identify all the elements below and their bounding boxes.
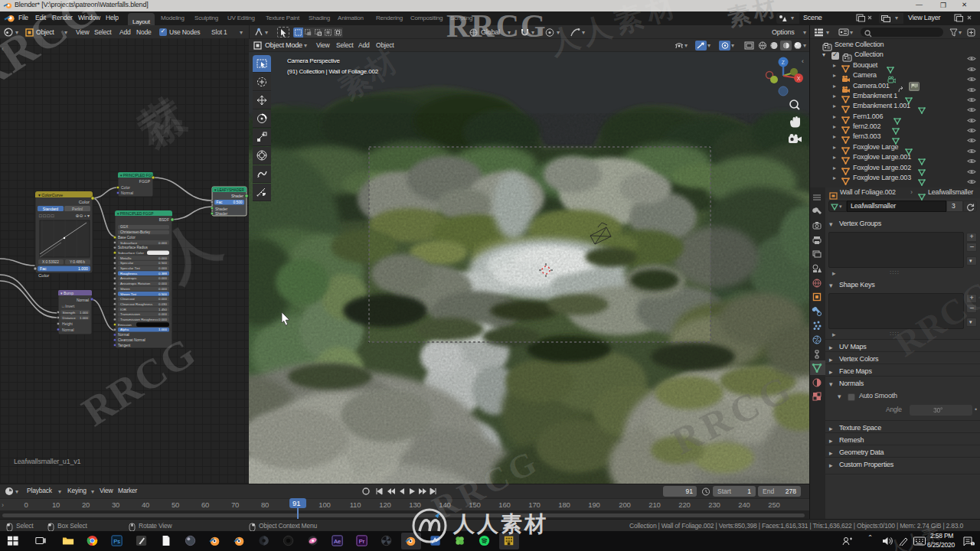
svg-text:Color: Color bbox=[79, 200, 90, 204]
svg-text:0.000: 0.000 bbox=[158, 282, 168, 285]
svg-text:Color: Color bbox=[38, 273, 49, 278]
svg-text:IOR: IOR bbox=[120, 308, 126, 311]
svg-text:Pr: Pr bbox=[359, 538, 365, 545]
svg-text:Sheen Tint: Sheen Tint bbox=[120, 292, 137, 296]
svg-text:Anisotropic Rotation: Anisotropic Rotation bbox=[120, 282, 151, 285]
svg-text:Clearcoat Roughness: Clearcoat Roughness bbox=[120, 302, 153, 306]
svg-text:Normal: Normal bbox=[118, 333, 129, 337]
svg-text:Subsurface: Subsurface bbox=[120, 241, 138, 245]
svg-text:□ Invert: □ Invert bbox=[62, 305, 75, 308]
svg-text:Transmission: Transmission bbox=[120, 312, 141, 316]
svg-text:▾ PRINCIPLED FGGP: ▾ PRINCIPLED FGGP bbox=[117, 212, 153, 216]
svg-text:Strength: Strength bbox=[63, 311, 76, 315]
svg-text:Z: Z bbox=[782, 60, 786, 65]
svg-text:□ □ □ □: □ □ □ □ bbox=[39, 214, 54, 218]
svg-text:Subsurface Radius: Subsurface Radius bbox=[118, 246, 149, 249]
svg-text:▾ PRINCIPLED FGGP: ▾ PRINCIPLED FGGP bbox=[120, 174, 156, 178]
svg-text:▾ LEAFYSHADER: ▾ LEAFYSHADER bbox=[214, 188, 244, 192]
svg-text:1.450: 1.450 bbox=[158, 308, 168, 311]
svg-text:Anisotropic: Anisotropic bbox=[120, 276, 138, 280]
svg-text:Specular: Specular bbox=[120, 261, 134, 265]
svg-text:Normal: Normal bbox=[77, 298, 89, 302]
svg-text:Ae: Ae bbox=[334, 538, 341, 545]
svg-text:0.000: 0.000 bbox=[158, 266, 168, 270]
svg-text:Sheen: Sheen bbox=[120, 287, 130, 291]
svg-text:0.000: 0.000 bbox=[158, 297, 168, 301]
svg-text:Subsurface Color: Subsurface Color bbox=[118, 251, 144, 255]
svg-text:1.000: 1.000 bbox=[158, 328, 168, 331]
svg-text:GGX: GGX bbox=[120, 225, 128, 229]
svg-text:0.500: 0.500 bbox=[233, 201, 242, 204]
svg-text:Y:0.486 ƅ: Y:0.486 ƅ bbox=[70, 260, 85, 264]
svg-text:1.000: 1.000 bbox=[80, 316, 89, 320]
svg-text:0.500: 0.500 bbox=[158, 261, 168, 265]
svg-text:Color: Color bbox=[121, 185, 130, 190]
svg-text:0.000: 0.000 bbox=[158, 256, 168, 260]
svg-text:Shader: Shader bbox=[215, 211, 227, 216]
svg-text:Roughness: Roughness bbox=[120, 272, 138, 276]
svg-text:Ps: Ps bbox=[113, 538, 120, 545]
svg-text:Shader: Shader bbox=[215, 207, 227, 211]
svg-text:1: 1 bbox=[972, 542, 974, 546]
svg-text:0.000: 0.000 bbox=[158, 287, 168, 291]
svg-text:Fac: Fac bbox=[217, 201, 224, 204]
svg-text:0.000: 0.000 bbox=[158, 312, 168, 316]
svg-text:Perlinſ: Perlinſ bbox=[72, 207, 83, 211]
svg-text:FGGP: FGGP bbox=[139, 179, 151, 184]
svg-text:Metallic: Metallic bbox=[120, 256, 132, 260]
svg-text:Standard: Standard bbox=[43, 207, 59, 211]
svg-text:Clearcoat: Clearcoat bbox=[120, 297, 136, 301]
svg-text:⊕⊖ • ▾: ⊕⊖ • ▾ bbox=[75, 214, 90, 218]
svg-text:1.000: 1.000 bbox=[80, 311, 89, 315]
svg-text:Alpha: Alpha bbox=[120, 328, 129, 331]
svg-text:Base Color: Base Color bbox=[118, 236, 136, 240]
svg-text:Normal: Normal bbox=[62, 328, 74, 332]
svg-text:X:0.53922: X:0.53922 bbox=[42, 260, 59, 264]
svg-text:Distance: Distance bbox=[63, 316, 77, 320]
svg-text:Tangent: Tangent bbox=[118, 344, 131, 347]
svg-text:▾ ColorCurve: ▾ ColorCurve bbox=[38, 193, 63, 197]
svg-text:0.000: 0.000 bbox=[158, 241, 168, 245]
svg-text:Christensen-Burley: Christensen-Burley bbox=[120, 230, 151, 234]
svg-text:0.388: 0.388 bbox=[158, 272, 168, 276]
svg-text:Transmission Roughness: Transmission Roughness bbox=[120, 318, 158, 321]
svg-text:Height: Height bbox=[62, 322, 74, 326]
svg-text:Shader: Shader bbox=[231, 194, 243, 198]
svg-text:1.000: 1.000 bbox=[78, 266, 88, 271]
svg-text:▾ Bump: ▾ Bump bbox=[60, 291, 74, 295]
svg-text:Fac: Fac bbox=[40, 266, 47, 271]
svg-text:Clearcoat Normal: Clearcoat Normal bbox=[118, 338, 145, 342]
svg-text:0.000: 0.000 bbox=[158, 276, 168, 280]
svg-text:X: X bbox=[797, 76, 801, 81]
svg-text:0.030: 0.030 bbox=[158, 302, 168, 306]
svg-text:0.000: 0.000 bbox=[158, 318, 168, 321]
svg-text:Specular Tint: Specular Tint bbox=[120, 266, 140, 270]
svg-text:0.500: 0.500 bbox=[158, 292, 168, 296]
svg-text:Normal: Normal bbox=[121, 191, 133, 195]
svg-text:BSDF: BSDF bbox=[159, 217, 169, 222]
svg-text:Emission: Emission bbox=[118, 323, 132, 327]
